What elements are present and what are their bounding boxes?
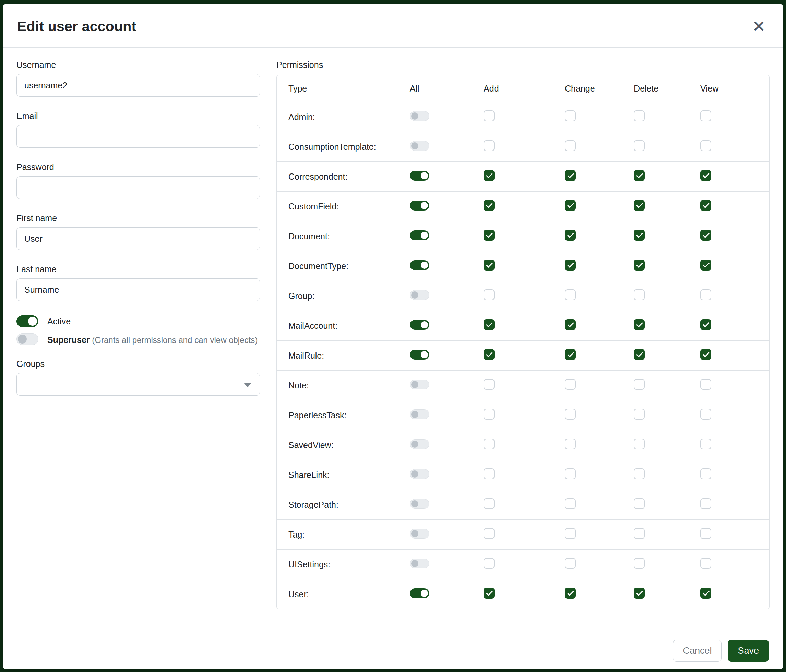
username-input[interactable]	[16, 74, 260, 97]
permission-change-checkbox[interactable]	[565, 230, 576, 241]
permission-change-checkbox[interactable]	[565, 289, 576, 300]
permission-delete-checkbox[interactable]	[634, 200, 645, 211]
permission-delete-checkbox[interactable]	[634, 230, 645, 241]
permission-view-checkbox[interactable]	[700, 558, 711, 569]
permission-change-checkbox[interactable]	[565, 409, 576, 420]
permission-delete-checkbox[interactable]	[634, 558, 645, 569]
permission-change-checkbox[interactable]	[565, 170, 576, 181]
permission-delete-checkbox[interactable]	[634, 409, 645, 420]
permission-all-toggle[interactable]	[410, 469, 429, 479]
permission-add-checkbox[interactable]	[484, 468, 495, 479]
permission-all-toggle[interactable]	[410, 499, 429, 509]
permission-row: User:	[277, 579, 769, 609]
permission-add-checkbox[interactable]	[484, 379, 495, 390]
permission-view-checkbox[interactable]	[700, 438, 711, 449]
permission-delete-checkbox[interactable]	[634, 349, 645, 360]
permission-delete-checkbox[interactable]	[634, 468, 645, 479]
permission-change-checkbox[interactable]	[565, 319, 576, 330]
permission-view-checkbox[interactable]	[700, 409, 711, 420]
permission-all-toggle[interactable]	[410, 439, 429, 449]
permission-add-checkbox[interactable]	[484, 528, 495, 539]
permission-view-checkbox[interactable]	[700, 230, 711, 241]
permission-add-checkbox[interactable]	[484, 558, 495, 569]
permission-change-checkbox[interactable]	[565, 379, 576, 390]
permission-add-checkbox[interactable]	[484, 498, 495, 509]
permission-all-toggle[interactable]	[410, 350, 429, 360]
permission-delete-checkbox[interactable]	[634, 319, 645, 330]
permission-view-checkbox[interactable]	[700, 468, 711, 479]
active-toggle[interactable]	[16, 316, 38, 327]
permission-delete-checkbox[interactable]	[634, 140, 645, 151]
permission-view-checkbox[interactable]	[700, 110, 711, 121]
permission-view-checkbox[interactable]	[700, 349, 711, 360]
permission-add-checkbox[interactable]	[484, 140, 495, 151]
permission-delete-checkbox[interactable]	[634, 110, 645, 121]
permission-change-checkbox[interactable]	[565, 200, 576, 211]
permission-all-toggle[interactable]	[410, 320, 429, 330]
permission-change-checkbox[interactable]	[565, 349, 576, 360]
superuser-toggle[interactable]	[16, 333, 38, 345]
permission-all-toggle[interactable]	[410, 290, 429, 300]
permission-add-checkbox[interactable]	[484, 289, 495, 300]
permission-delete-checkbox[interactable]	[634, 170, 645, 181]
permission-all-toggle[interactable]	[410, 231, 429, 240]
save-button[interactable]: Save	[728, 640, 769, 662]
permission-view-checkbox[interactable]	[700, 289, 711, 300]
close-button[interactable]: ✕	[749, 17, 768, 36]
permission-change-checkbox[interactable]	[565, 140, 576, 151]
password-field[interactable]	[16, 176, 260, 199]
permission-all-toggle[interactable]	[410, 111, 429, 121]
permission-add-checkbox[interactable]	[484, 588, 495, 599]
permission-add-checkbox[interactable]	[484, 259, 495, 270]
permission-delete-checkbox[interactable]	[634, 438, 645, 449]
permission-change-checkbox[interactable]	[565, 528, 576, 539]
permission-view-checkbox[interactable]	[700, 319, 711, 330]
permission-change-checkbox[interactable]	[565, 498, 576, 509]
permission-type: MailAccount:	[277, 321, 410, 331]
permission-all-toggle[interactable]	[410, 141, 429, 151]
permission-view-checkbox[interactable]	[700, 170, 711, 181]
permission-add-checkbox[interactable]	[484, 349, 495, 360]
permission-delete-checkbox[interactable]	[634, 498, 645, 509]
groups-select[interactable]	[16, 373, 260, 396]
permission-row: StoragePath:	[277, 490, 769, 520]
permission-delete-checkbox[interactable]	[634, 588, 645, 599]
permission-view-checkbox[interactable]	[700, 140, 711, 151]
permission-view-checkbox[interactable]	[700, 200, 711, 211]
permission-add-checkbox[interactable]	[484, 110, 495, 121]
permission-add-checkbox[interactable]	[484, 438, 495, 449]
permission-all-toggle[interactable]	[410, 201, 429, 210]
permission-change-checkbox[interactable]	[565, 259, 576, 270]
permission-change-checkbox[interactable]	[565, 588, 576, 599]
permission-delete-checkbox[interactable]	[634, 289, 645, 300]
permission-view-checkbox[interactable]	[700, 498, 711, 509]
cancel-button[interactable]: Cancel	[673, 640, 722, 662]
permission-all-toggle[interactable]	[410, 171, 429, 181]
permission-delete-checkbox[interactable]	[634, 379, 645, 390]
first-name-field[interactable]	[16, 227, 260, 250]
permission-view-checkbox[interactable]	[700, 379, 711, 390]
permission-add-checkbox[interactable]	[484, 170, 495, 181]
permission-all-toggle[interactable]	[410, 559, 429, 568]
permission-change-checkbox[interactable]	[565, 110, 576, 121]
permission-change-checkbox[interactable]	[565, 438, 576, 449]
last-name-field[interactable]	[16, 278, 260, 301]
permission-add-checkbox[interactable]	[484, 230, 495, 241]
permission-all-toggle[interactable]	[410, 529, 429, 539]
permission-change-checkbox[interactable]	[565, 468, 576, 479]
permission-all-toggle[interactable]	[410, 588, 429, 598]
permission-add-checkbox[interactable]	[484, 319, 495, 330]
permission-view-checkbox[interactable]	[700, 588, 711, 599]
permission-view-checkbox[interactable]	[700, 528, 711, 539]
permission-view-checkbox[interactable]	[700, 259, 711, 270]
permission-row: ConsumptionTemplate:	[277, 132, 769, 162]
permission-delete-checkbox[interactable]	[634, 259, 645, 270]
permission-add-checkbox[interactable]	[484, 200, 495, 211]
permission-add-checkbox[interactable]	[484, 409, 495, 420]
permission-delete-checkbox[interactable]	[634, 528, 645, 539]
permission-change-checkbox[interactable]	[565, 558, 576, 569]
permission-all-toggle[interactable]	[410, 409, 429, 419]
email-field[interactable]	[16, 125, 260, 148]
permission-all-toggle[interactable]	[410, 260, 429, 270]
permission-all-toggle[interactable]	[410, 380, 429, 389]
